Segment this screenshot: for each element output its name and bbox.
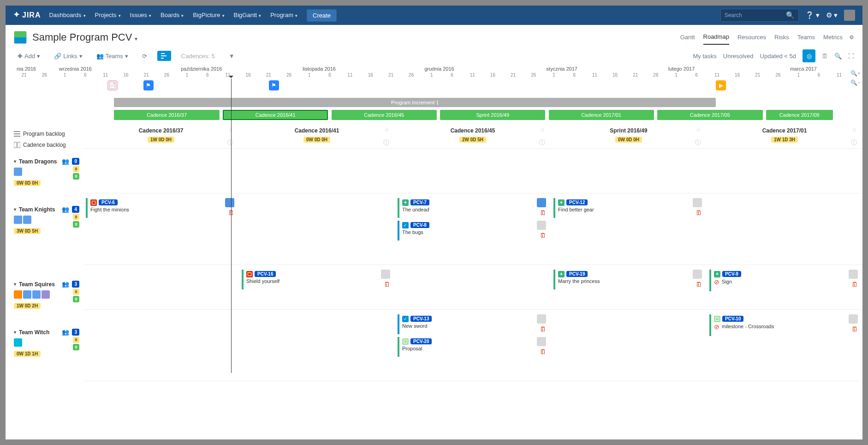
marker-flag-icon[interactable]: ⚑ bbox=[269, 80, 279, 90]
calendar-icon[interactable]: 🗓 bbox=[822, 53, 828, 60]
info-icon[interactable]: ⓘ bbox=[227, 138, 233, 147]
issue-card[interactable]: PCV-7The undead🗓 bbox=[398, 198, 548, 218]
member-avatar[interactable] bbox=[14, 290, 22, 299]
menu-bigpicture[interactable]: BigPicture▾ bbox=[188, 6, 229, 25]
lane-cell[interactable]: PCV-7The undead🗓PCV-8!The bugs🗓 bbox=[395, 196, 551, 264]
cadence-column-header[interactable]: Sprint 2016/49☆0W 0D 0Hⓘ bbox=[551, 125, 707, 147]
team-header[interactable]: ▾ Team Knights👥4 bbox=[14, 206, 79, 213]
tab-roadmap[interactable]: Roadmap bbox=[703, 30, 729, 45]
issue-key[interactable]: PCV-16 bbox=[255, 271, 276, 277]
assignee-avatar[interactable] bbox=[693, 270, 702, 279]
program-backlog-link[interactable]: Program backlog bbox=[14, 128, 79, 139]
team-header[interactable]: ▾ Team Squires👥3 bbox=[14, 281, 79, 288]
settings-icon[interactable]: ⚙ ▾ bbox=[826, 11, 838, 19]
lane-cell[interactable] bbox=[551, 151, 707, 192]
lane-cell[interactable]: PCV-10⊘ milestone - Crossroads🗓 bbox=[707, 313, 862, 380]
zoom-in-icon[interactable]: 🔍+ bbox=[850, 70, 861, 77]
assignee-avatar[interactable] bbox=[537, 198, 546, 207]
lane-cell[interactable] bbox=[707, 151, 862, 192]
user-avatar[interactable] bbox=[844, 10, 855, 21]
issue-key[interactable]: PCV-8 bbox=[410, 222, 429, 228]
menu-issues[interactable]: Issues▾ bbox=[125, 6, 156, 25]
issue-card[interactable]: PCV-12Find better gear🗓 bbox=[553, 198, 704, 218]
lane-cell[interactable] bbox=[239, 196, 395, 264]
cadence-column-header[interactable]: Cadence 2017/01☆1W 1D 3Hⓘ bbox=[707, 125, 862, 147]
lane-cell[interactable] bbox=[239, 313, 395, 380]
cadence-bar[interactable]: Cadence 2017/09 bbox=[766, 110, 833, 120]
assignee-avatar[interactable] bbox=[537, 314, 546, 324]
info-icon[interactable]: ⓘ bbox=[851, 138, 857, 147]
assignee-avatar[interactable] bbox=[537, 221, 546, 230]
menu-program[interactable]: Program▾ bbox=[266, 6, 302, 25]
issue-key[interactable]: PCV-19 bbox=[566, 271, 588, 277]
assignee-avatar[interactable] bbox=[849, 270, 858, 279]
member-avatar[interactable] bbox=[32, 290, 41, 299]
add-button[interactable]: ✚ Add ▾ bbox=[14, 51, 44, 61]
star-icon[interactable]: ☆ bbox=[696, 126, 701, 133]
member-avatar[interactable] bbox=[14, 216, 22, 224]
issue-card[interactable]: PCV-6Fight the minions🗓 bbox=[86, 198, 236, 218]
lane-cell[interactable] bbox=[83, 151, 239, 192]
cadence-backlog-link[interactable]: Cadence backlog bbox=[14, 139, 79, 150]
filter-icon[interactable]: ▼ bbox=[225, 51, 238, 61]
issue-card[interactable]: PCV-10⊘ milestone - Crossroads🗓 bbox=[709, 314, 860, 336]
lane-cell[interactable]: PCV-6Fight the minions🗓 bbox=[83, 196, 239, 264]
issue-key[interactable]: PCV-7 bbox=[410, 199, 429, 205]
assignee-avatar[interactable] bbox=[225, 198, 234, 207]
issue-card[interactable]: PCV-13New sword🗓 bbox=[398, 314, 548, 334]
star-icon[interactable]: ☆ bbox=[852, 126, 857, 133]
star-icon[interactable]: ☆ bbox=[384, 126, 389, 133]
assignee-avatar[interactable] bbox=[849, 314, 858, 324]
lane-cell[interactable]: PCV-9!⊘ Sign🗓 bbox=[707, 268, 862, 308]
search-icon[interactable]: 🔍 bbox=[786, 11, 795, 19]
lane-cell[interactable] bbox=[83, 313, 239, 380]
menu-dashboards[interactable]: Dashboards▾ bbox=[44, 6, 90, 25]
cadences-label[interactable]: Cadences: 5 bbox=[178, 51, 219, 61]
lane-cell[interactable]: PCV-19Marry the princess🗓 bbox=[551, 268, 707, 308]
lane-cell[interactable]: PCV-13New sword🗓PCV-20Proposal🗓 bbox=[395, 313, 551, 380]
filter-my-tasks[interactable]: My tasks bbox=[693, 53, 717, 60]
program-increment-bar[interactable]: Program Increment 1 bbox=[114, 98, 716, 107]
marker-doc-icon[interactable]: 📄 bbox=[107, 80, 118, 90]
tab-resources[interactable]: Resources bbox=[737, 30, 766, 44]
issue-key[interactable]: PCV-6 bbox=[99, 199, 118, 205]
member-avatar[interactable] bbox=[23, 216, 31, 224]
jira-logo[interactable]: JIRA bbox=[13, 11, 41, 19]
issue-key[interactable]: PCV-9 bbox=[722, 271, 741, 277]
menu-projects[interactable]: Projects▾ bbox=[90, 6, 125, 25]
filter-updated[interactable]: Updated < 5d bbox=[760, 53, 796, 60]
info-icon[interactable]: ⓘ bbox=[695, 138, 701, 147]
lane-cell[interactable]: PCV-16Shield yourself🗓 bbox=[239, 268, 395, 308]
zoom-out-icon[interactable]: 🔍− bbox=[850, 79, 861, 86]
marker-flag-icon[interactable]: ⚑ bbox=[143, 80, 154, 90]
cadence-bar[interactable]: Cadence 2016/41 bbox=[223, 110, 328, 120]
info-icon[interactable]: ⓘ bbox=[383, 138, 389, 147]
page-title[interactable]: Sample Program PCV▾ bbox=[32, 31, 137, 43]
lane-cell[interactable] bbox=[83, 268, 239, 308]
teams-button[interactable]: 👥 Teams ▾ bbox=[93, 51, 132, 61]
menu-boards[interactable]: Boards▾ bbox=[156, 6, 188, 25]
member-avatar[interactable] bbox=[23, 290, 31, 299]
search-in-view-icon[interactable]: 🔍 bbox=[834, 53, 842, 60]
help-icon[interactable]: ❔ ▾ bbox=[805, 11, 820, 19]
lane-cell[interactable] bbox=[239, 151, 395, 192]
fullscreen-icon[interactable]: ⛶ bbox=[848, 53, 854, 60]
page-settings-icon[interactable]: ⚙ bbox=[849, 34, 854, 41]
lane-cell[interactable]: PCV-12Find better gear🗓 bbox=[551, 196, 707, 264]
assignee-avatar[interactable] bbox=[537, 337, 546, 346]
issue-card[interactable]: PCV-19Marry the princess🗓 bbox=[553, 270, 704, 289]
cadence-column-header[interactable]: Cadence 2016/45☆2W 0D 5Hⓘ bbox=[395, 125, 551, 147]
lane-cell[interactable] bbox=[707, 196, 862, 264]
member-avatar[interactable] bbox=[42, 290, 50, 299]
marker-play-icon[interactable]: ▶ bbox=[716, 80, 726, 90]
cadence-bar[interactable]: Cadence 2016/45 bbox=[332, 110, 437, 120]
issue-card[interactable]: PCV-8!The bugs🗓 bbox=[398, 221, 548, 241]
create-button[interactable]: Create bbox=[307, 9, 337, 22]
cadence-column-header[interactable]: Cadence 2016/41☆0W 0D 0Hⓘ bbox=[239, 125, 395, 147]
refresh-icon[interactable]: ⟳ bbox=[138, 51, 151, 61]
cadence-column-header[interactable]: Cadence 2016/37☆1W 0D 0Hⓘ bbox=[83, 125, 239, 147]
member-avatar[interactable] bbox=[14, 168, 22, 176]
tab-metrics[interactable]: Metrics bbox=[823, 30, 843, 44]
cadence-bar[interactable]: Sprint 2016/49 bbox=[440, 110, 545, 120]
team-header[interactable]: ▾ Team Dragons👥0 bbox=[14, 158, 79, 165]
